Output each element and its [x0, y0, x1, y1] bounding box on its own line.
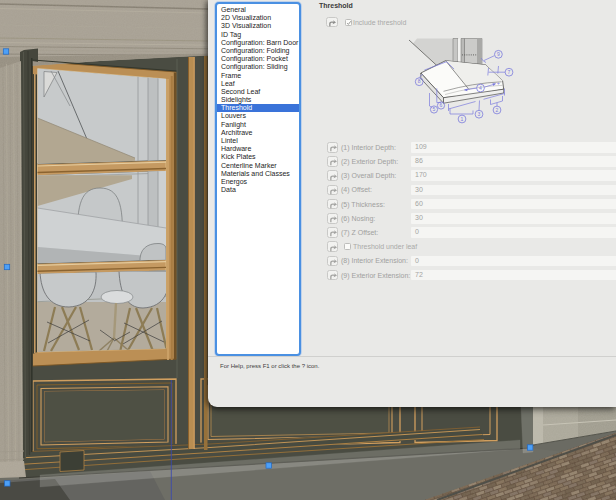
svg-text:4: 4 — [479, 85, 482, 91]
svg-text:6: 6 — [440, 102, 443, 108]
svg-text:1: 1 — [461, 116, 464, 122]
svg-text:+: + — [497, 80, 500, 86]
svg-text:7: 7 — [508, 69, 511, 75]
svg-text:3: 3 — [478, 111, 481, 117]
svg-text:8: 8 — [418, 78, 421, 84]
svg-text:2: 2 — [496, 107, 499, 113]
svg-text:9: 9 — [497, 51, 500, 57]
svg-text:5: 5 — [433, 106, 436, 112]
